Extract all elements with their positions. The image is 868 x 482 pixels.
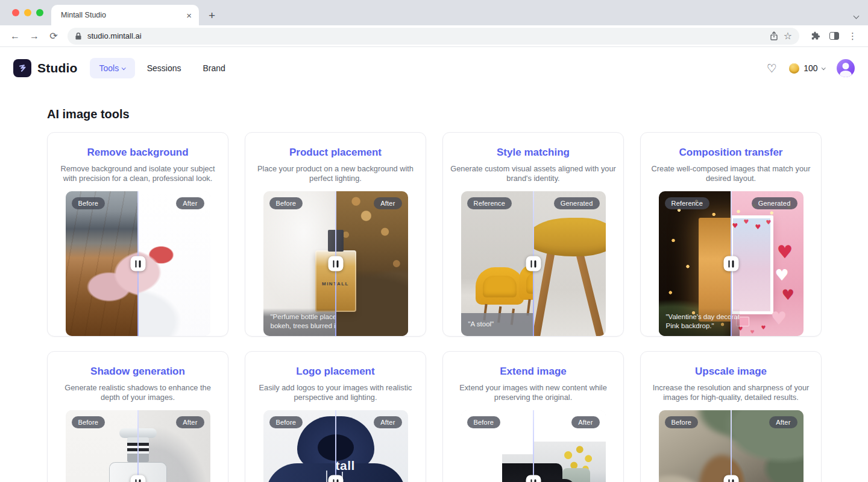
yellow-chair [476, 267, 524, 305]
comparison-slider-handle[interactable] [130, 256, 145, 271]
tab-title: Mintall Studio [61, 11, 186, 19]
comparison-slider-handle[interactable] [723, 256, 738, 271]
back-button[interactable]: ← [6, 31, 24, 42]
minimize-window-button[interactable] [24, 9, 31, 16]
tool-card-logo-placement[interactable]: Logo placement Easily add logos to your … [245, 351, 426, 482]
main-content: AI image tools Remove background Remove … [0, 107, 868, 482]
chevron-down-icon [122, 66, 125, 69]
comparison-slider-handle[interactable] [526, 475, 541, 482]
before-label: Before [72, 416, 105, 428]
browser-tab-strip: Mintall Studio × + [0, 0, 868, 25]
heart-decoration [732, 223, 738, 229]
mintall-logo[interactable] [13, 59, 31, 77]
chevron-down-icon [822, 66, 825, 69]
after-label: After [176, 197, 204, 209]
heart-decoration [771, 309, 787, 328]
tool-card-upscale-image[interactable]: Upscale image Increase the resolution an… [640, 351, 822, 482]
generated-label: Generated [752, 197, 797, 209]
card-title: Remove background [48, 147, 228, 159]
tool-card-extend-image[interactable]: Extend image Extend your images with new… [442, 351, 624, 482]
nav-tools[interactable]: Tools [90, 58, 135, 78]
credits-count: 100 [804, 63, 817, 73]
comparison-slider-handle[interactable] [526, 256, 541, 271]
card-description: Generate realistic shadows to enhance th… [54, 383, 222, 402]
hoodie-body [266, 463, 336, 482]
tab-close-icon[interactable]: × [186, 10, 192, 21]
prompt-caption: "Valentine's day decorat Pink backdrop." [659, 308, 740, 336]
comparison-slider-handle[interactable] [130, 475, 145, 482]
before-pane [66, 191, 138, 336]
browser-tab[interactable]: Mintall Studio × [51, 5, 199, 25]
stool-seat [533, 218, 606, 256]
nav-sessions[interactable]: Sessions [137, 58, 191, 78]
photo-scene: mintall [533, 442, 606, 482]
generated-pane [533, 191, 606, 336]
before-after-comparison: "A stool" Reference Generated [461, 191, 606, 336]
reload-button[interactable]: ⟳ [45, 30, 63, 42]
heart-decoration [750, 330, 755, 335]
nav-brand[interactable]: Brand [193, 58, 235, 78]
bookmark-star-icon[interactable]: ☆ [784, 30, 792, 42]
reference-label: Reference [467, 197, 512, 209]
comparison-slider-handle[interactable] [328, 256, 343, 271]
after-label: After [571, 416, 599, 428]
card-title: Composition transfer [641, 147, 821, 159]
bottle-brand-text: MINTALL [336, 281, 356, 287]
extensions-puzzle-icon[interactable] [810, 31, 820, 41]
close-window-button[interactable] [12, 9, 19, 16]
maximize-window-button[interactable] [36, 9, 43, 16]
comparison-slider-handle[interactable] [723, 475, 738, 482]
new-tab-button[interactable]: + [209, 10, 215, 21]
user-avatar[interactable] [837, 59, 855, 77]
card-description: Extend your images with new content whil… [450, 383, 617, 402]
window-controls [12, 9, 43, 16]
tool-card-shadow-generation[interactable]: Shadow generation Generate realistic sha… [47, 351, 228, 482]
browser-toolbar: ← → ⟳ studio.mintall.ai ☆ ⋮ [0, 25, 868, 47]
before-after-comparison: tall Before After [263, 410, 408, 482]
before-image [66, 191, 138, 336]
comparison-divider [335, 410, 336, 482]
address-bar[interactable]: studio.mintall.ai ☆ [68, 28, 799, 45]
tool-card-style-matching[interactable]: Style matching Generate custom visual as… [442, 132, 624, 337]
prompt-caption: "Perfume bottle placed o bokeh, trees bl… [263, 308, 336, 336]
before-after-comparison: MINTALL MINTALL "Perfume bottle placed o… [263, 191, 408, 336]
share-icon[interactable] [770, 31, 778, 41]
before-label: Before [269, 197, 303, 209]
browser-menu-icon[interactable]: ⋮ [848, 31, 857, 42]
main-nav: Tools Sessions Brand [90, 58, 235, 78]
app-header: Studio Tools Sessions Brand ♡ 100 [0, 47, 868, 89]
nav-tools-label: Tools [99, 63, 119, 73]
before-label: Before [72, 197, 105, 209]
tool-card-product-placement[interactable]: Product placement Place your product on … [245, 132, 426, 337]
tab-search-chevron-icon[interactable] [854, 10, 858, 21]
generated-label: Generated [554, 197, 600, 209]
side-panel-icon[interactable] [829, 32, 839, 40]
tool-card-remove-background[interactable]: Remove background Remove background and … [47, 132, 228, 337]
generated-pane [731, 191, 804, 336]
page-title: AI image tools [47, 107, 822, 121]
card-title: Shadow generation [48, 366, 228, 378]
forward-button[interactable]: → [25, 31, 43, 42]
card-description: Create well-composed images that match y… [647, 164, 815, 183]
card-title: Upscale image [641, 366, 821, 378]
heart-decoration [744, 219, 749, 225]
coin-icon [789, 63, 799, 74]
tool-card-composition-transfer[interactable]: Composition transfer Create well-compose… [640, 132, 822, 337]
heart-decoration [782, 288, 795, 302]
stool-leg [576, 252, 605, 336]
credits-dropdown[interactable]: 100 [789, 63, 825, 74]
generated-image [731, 191, 804, 336]
app-title: Studio [37, 61, 78, 75]
heart-decoration [755, 224, 761, 230]
before-label: Before [467, 416, 501, 428]
bottle-brand-text: MINTALL [315, 281, 336, 287]
before-after-comparison: MINTALL MINTALL Before After [66, 410, 210, 482]
heart-decoration [766, 220, 772, 226]
after-label: After [374, 197, 401, 209]
comparison-slider-handle[interactable] [328, 475, 343, 482]
after-pane [138, 191, 210, 336]
favorites-heart-icon[interactable]: ♡ [767, 62, 777, 75]
lock-icon[interactable] [75, 32, 82, 40]
hoodie-logo-text: tall [336, 458, 355, 473]
after-pane: MINTALL [336, 191, 408, 336]
